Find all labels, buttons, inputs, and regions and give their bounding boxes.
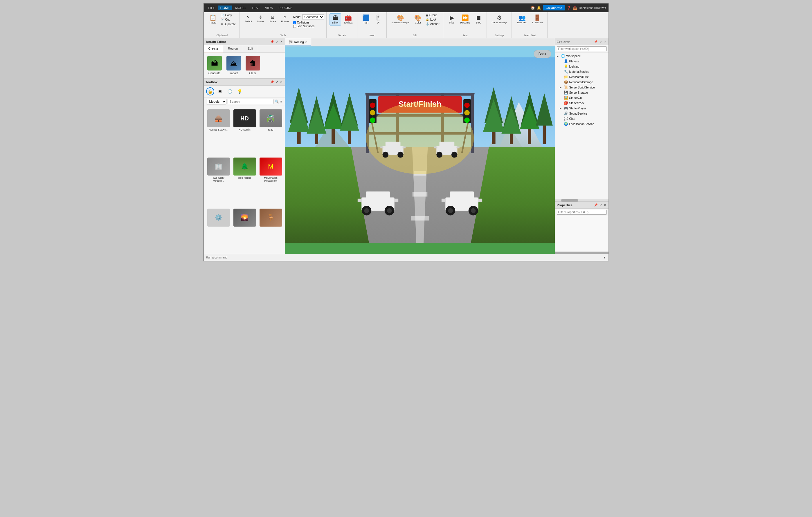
part-button[interactable]: 🟦 Part <box>360 13 372 26</box>
terrain-close-button[interactable]: ✕ <box>280 40 283 43</box>
toolbox-options-button[interactable]: ≡ <box>280 99 282 103</box>
collaborate-button[interactable]: Collaborate <box>543 5 565 10</box>
lock-icon: 🔒 <box>426 18 429 21</box>
terrain-import-item[interactable]: ⛰ Import <box>227 56 241 75</box>
tree-item-starterpack[interactable]: 🎒 StarterPack <box>555 100 608 105</box>
menu-home[interactable]: HOME <box>218 5 232 10</box>
terrain-tab-region[interactable]: Region <box>223 45 243 52</box>
search-button[interactable]: 🔍 <box>274 99 279 103</box>
terrain-clear-item[interactable]: 🗑 Clear <box>245 56 260 75</box>
toolbox-filter-recent[interactable]: 🕐 <box>226 87 234 95</box>
tree-item-starterplayer[interactable]: ▶ 🎮 StarterPlayer <box>555 105 608 111</box>
toolbox-item-road[interactable]: 🛣️ road <box>258 108 283 155</box>
paste-button[interactable]: 📋 Paste <box>207 13 219 26</box>
join-surfaces-checkbox[interactable] <box>293 25 296 28</box>
toolbox-close-button[interactable]: ✕ <box>280 80 283 84</box>
tree-item-soundservice[interactable]: 🔊 SoundService <box>555 111 608 116</box>
properties-maximize-button[interactable]: ⤢ <box>599 203 602 207</box>
rotate-button[interactable]: ↻ Rotate <box>279 13 291 24</box>
toolbox-pin-button[interactable]: 📌 <box>270 80 274 84</box>
tree-item-replicatedstorage[interactable]: 📦 ReplicatedStorage <box>555 80 608 85</box>
menu-test[interactable]: TEST <box>250 5 262 10</box>
game-settings-button[interactable]: ⚙ Game Settings <box>490 13 509 25</box>
properties-close-button[interactable]: ✕ <box>603 203 607 207</box>
viewport-canvas[interactable]: Start/Finish <box>285 47 555 254</box>
tree-item-serverscriptservice[interactable]: ▶ 📜 ServerScriptService <box>555 85 608 90</box>
toolbox-item-7[interactable]: ⚙️ <box>206 207 231 251</box>
explorer-maximize-button[interactable]: ⤢ <box>599 40 602 43</box>
terrain-maximize-button[interactable]: ⤢ <box>275 40 279 43</box>
group-button[interactable]: ▣ Group <box>425 13 441 17</box>
toolbox-filter-light[interactable]: 💡 <box>236 87 244 95</box>
toolbox-category-select[interactable]: Models <box>206 99 227 104</box>
material-manager-button[interactable]: 🎨 Material Manager <box>389 13 412 25</box>
command-input[interactable] <box>206 256 293 259</box>
explorer-filter-input[interactable] <box>557 47 607 51</box>
menu-file[interactable]: FILE <box>206 5 218 10</box>
duplicate-button[interactable]: ⧉ Duplicate <box>220 22 237 26</box>
tree-item-players[interactable]: 👤 Players <box>555 59 608 64</box>
team-test-buttons: 👥 Team Test 🚪 Exit Game <box>515 13 545 25</box>
search-input[interactable] <box>228 99 274 104</box>
terrain-tab-edit[interactable]: Edit <box>243 45 258 52</box>
tree-item-chat[interactable]: 💬 Chat <box>555 116 608 121</box>
color-button[interactable]: 🎨 Color <box>412 13 424 26</box>
tree-item-localizationservice[interactable]: 🌍 LocalizationService <box>555 121 608 126</box>
explorer-close-button[interactable]: ✕ <box>603 40 607 43</box>
collisions-checkbox[interactable] <box>293 21 296 24</box>
stop-button[interactable]: ⏹ Stop <box>473 13 484 26</box>
editor-button[interactable]: 🏔 Editor <box>329 13 341 26</box>
toolbox-maximize-button[interactable]: ⤢ <box>275 80 279 84</box>
bottom-scroll-btn[interactable]: ▼ <box>603 256 606 259</box>
ui-button[interactable]: 🖱️ UI <box>373 13 384 26</box>
tree-item-workspace[interactable]: ▶ 🌐 Workspace <box>555 53 608 59</box>
toolbox-filter-lock[interactable]: 🔒 <box>206 87 214 95</box>
tree-item-materialservice[interactable]: 🔧 MaterialService <box>555 69 608 74</box>
menu-view[interactable]: VIEW <box>263 5 276 10</box>
terrain-tab-create[interactable]: Create <box>204 45 223 52</box>
share-icon[interactable]: 📤 <box>573 6 577 10</box>
viewport-tab-racing[interactable]: 🏁 Racing ✕ <box>285 38 311 46</box>
team-test-button[interactable]: 👥 Team Test <box>515 13 529 25</box>
terrain-pin-button[interactable]: 📌 <box>270 40 274 43</box>
menu-model[interactable]: MODEL <box>233 5 249 10</box>
racing-tab-close[interactable]: ✕ <box>305 40 308 43</box>
help-icon[interactable]: ❓ <box>567 6 571 10</box>
menu-plugins[interactable]: PLUGINS <box>276 5 295 10</box>
toolbox-filter-grid[interactable]: ⊞ <box>216 87 224 95</box>
toolbox-item-mcdonalds[interactable]: M McDonald's Restaurant <box>258 156 283 206</box>
back-button[interactable]: Back <box>533 50 551 58</box>
bell-icon[interactable]: 🔔 <box>537 6 541 10</box>
properties-pin-button[interactable]: 📌 <box>593 203 598 207</box>
toolbox-item-9[interactable]: 🪑 <box>258 207 283 251</box>
select-button[interactable]: ↖ Select <box>242 13 254 24</box>
exit-game-button[interactable]: 🚪 Exit Game <box>530 13 545 25</box>
tree-item-replicatedfirst[interactable]: 📁 ReplicatedFirst <box>555 74 608 80</box>
properties-scrollbar[interactable] <box>555 251 608 254</box>
play-button[interactable]: ▶ Play <box>446 13 458 26</box>
terrain-generate-item[interactable]: 🏔 Generate <box>207 56 222 75</box>
join-surfaces-checkbox-label[interactable]: Join Surfaces <box>293 25 324 28</box>
lock-button[interactable]: 🔒 Lock <box>425 18 441 22</box>
toolbox-item-building[interactable]: 🏢 Two-Story Modern... <box>206 156 231 206</box>
anchor-button[interactable]: ⚓ Anchor <box>425 22 441 26</box>
tree-item-serverstorage[interactable]: 💾 ServerStorage <box>555 90 608 95</box>
scale-button[interactable]: ⊡ Scale <box>267 13 279 24</box>
toolbox-item-spawn[interactable]: 🛖 Neutral Spawn... <box>206 108 231 155</box>
collisions-checkbox-label[interactable]: Collisions <box>293 21 324 24</box>
toolbox-item-8[interactable]: 🌄 <box>232 207 257 251</box>
resume-button[interactable]: ⏩ Resume <box>458 13 472 26</box>
treehouse-label: Tree House <box>238 176 252 179</box>
copy-button[interactable]: 📄 Copy <box>220 13 237 17</box>
toolbox-button[interactable]: 🧰 Toolbox <box>342 13 355 26</box>
mode-select[interactable]: Geometric <box>302 14 324 20</box>
explorer-pin-button[interactable]: 📌 <box>593 40 598 43</box>
explorer-scrollbar[interactable] <box>555 199 608 201</box>
cut-button[interactable]: ✂️ Cut <box>220 18 237 22</box>
toolbox-item-hdadmin[interactable]: HD HD Admin <box>232 108 257 155</box>
tree-item-startergui[interactable]: 🖼️ StarterGui <box>555 95 608 100</box>
properties-filter-input[interactable] <box>557 210 607 215</box>
tree-item-lighting[interactable]: 💡 Lighting <box>555 64 608 69</box>
toolbox-item-treehouse[interactable]: 🌲 Tree House <box>232 156 257 206</box>
move-button[interactable]: ✢ Move <box>255 13 266 24</box>
